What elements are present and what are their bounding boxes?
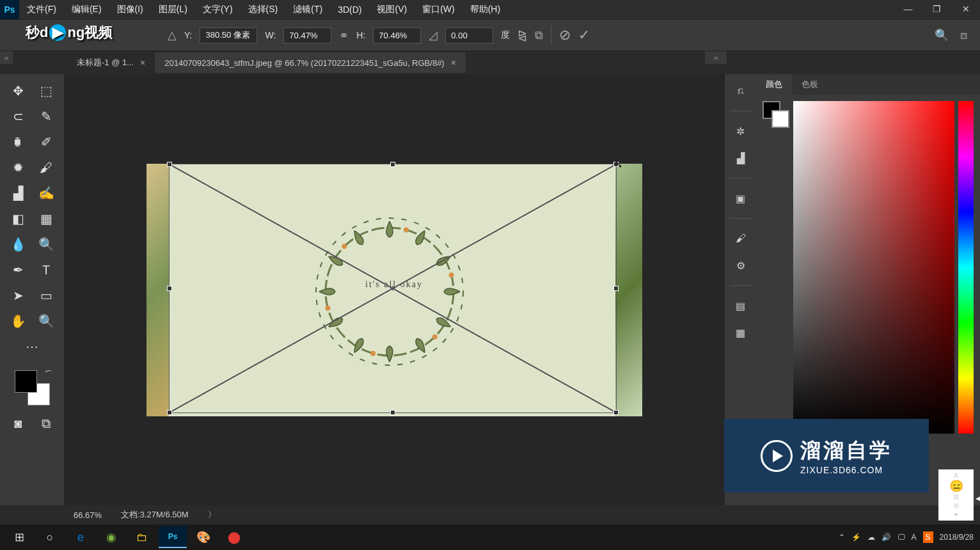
character-icon[interactable]: ▤ <box>731 295 751 316</box>
transform-box[interactable]: ⤡ <box>169 164 617 413</box>
brush-tool[interactable]: 🖌 <box>35 156 58 179</box>
h-input[interactable] <box>373 28 421 43</box>
hand-tool[interactable]: ✋ <box>6 310 29 333</box>
w-input[interactable] <box>283 28 331 43</box>
marquee-tool[interactable]: ⬚ <box>35 79 58 102</box>
history-icon[interactable]: ⎌ <box>731 81 751 101</box>
rotation-input[interactable] <box>445 28 493 43</box>
menu-layer[interactable]: 图层(L) <box>151 4 195 15</box>
minimize-button[interactable]: — <box>894 0 922 18</box>
swap-colors-icon[interactable]: ⤺ <box>45 367 51 375</box>
tray-up-icon[interactable]: ⌃ <box>839 533 845 542</box>
collapse-left-icon[interactable]: ‹‹ <box>0 51 13 64</box>
record-icon[interactable]: ⬤ <box>220 526 248 548</box>
stamp-tool[interactable]: ▟ <box>6 182 29 205</box>
3d-icon[interactable]: ▣ <box>731 188 751 208</box>
status-arrow-icon[interactable]: 〉 <box>208 509 216 521</box>
commit-transform-icon[interactable]: ✓ <box>578 27 590 43</box>
histogram-icon[interactable]: ▟ <box>731 148 751 168</box>
healing-tool[interactable]: ✹ <box>6 156 29 179</box>
link-icon[interactable]: ⚭ <box>339 28 349 42</box>
tray-volume-icon[interactable]: 🔊 <box>881 533 891 542</box>
canvas[interactable]: it's all okay ⤡ <box>146 164 642 416</box>
color-picker[interactable] <box>793 101 954 434</box>
close-button[interactable]: ✕ <box>951 0 980 18</box>
transform-center[interactable] <box>388 284 397 293</box>
close-icon[interactable]: × <box>140 58 145 68</box>
cortana-icon[interactable]: ○ <box>36 526 64 548</box>
shape-tool[interactable]: ▭ <box>35 284 58 307</box>
zoom-level[interactable]: 66.67% <box>74 510 102 520</box>
tab-swatches[interactable]: 色板 <box>792 74 828 95</box>
skew-v-icon[interactable]: ⧉ <box>535 29 543 42</box>
paragraph-icon[interactable]: ▦ <box>731 322 751 343</box>
handle-bottom-center[interactable] <box>390 410 395 415</box>
tray-monitor-icon[interactable]: 🖵 <box>897 533 905 542</box>
history-brush-tool[interactable]: ✍ <box>35 182 58 205</box>
photoshop-task-icon[interactable]: Ps <box>159 526 187 548</box>
handle-bottom-left[interactable] <box>167 410 172 415</box>
gradient-tool[interactable]: ▦ <box>35 207 58 230</box>
tray-ime-icon[interactable]: A <box>912 533 917 542</box>
eyedropper-tool[interactable]: ✐ <box>35 130 58 153</box>
doc-tab-2[interactable]: 20140709230643_stfmJ.jpeg @ 66.7% (20170… <box>155 52 466 73</box>
dodge-tool[interactable]: 🔍 <box>35 233 58 256</box>
menu-image[interactable]: 图像(I) <box>109 4 151 15</box>
menu-window[interactable]: 窗口(W) <box>415 4 462 15</box>
more-tools[interactable]: ⋯ <box>20 335 43 358</box>
eraser-tool[interactable]: ◧ <box>6 207 29 230</box>
tab-color[interactable]: 颜色 <box>756 74 792 95</box>
explorer-icon[interactable]: 🗀 <box>128 526 156 548</box>
close-icon[interactable]: × <box>451 58 456 68</box>
handle-top-left[interactable] <box>167 162 172 167</box>
panel-bg-color[interactable] <box>771 110 789 128</box>
panel-color-swatches[interactable] <box>763 101 789 128</box>
skew-h-icon[interactable]: ⧎ <box>518 28 527 42</box>
pen-tool[interactable]: ✒ <box>6 258 29 281</box>
quick-select-tool[interactable]: ✎ <box>35 105 58 128</box>
tray-network-icon[interactable]: ⚡ <box>851 533 861 542</box>
tray-sogou-icon[interactable]: S <box>923 531 933 543</box>
tray-cloud-icon[interactable]: ☁ <box>867 533 875 542</box>
tray-date[interactable]: 2018/9/28 <box>940 533 974 542</box>
menu-select[interactable]: 选择(S) <box>241 4 286 15</box>
menu-help[interactable]: 帮助(H) <box>462 4 508 15</box>
hue-marker-icon[interactable]: ◀ <box>976 494 980 503</box>
browser-icon[interactable]: ◉ <box>97 526 125 548</box>
canvas-area[interactable]: it's all okay ⤡ <box>64 74 724 505</box>
foreground-color[interactable] <box>15 370 37 393</box>
handle-bottom-right[interactable] <box>613 410 619 415</box>
handle-top-center[interactable] <box>390 162 395 167</box>
color-swatches[interactable]: ⤺ <box>15 370 50 405</box>
adjustment-icon[interactable]: ⚙ <box>731 255 751 276</box>
screen-mode-icon[interactable]: ⧉ <box>35 412 58 435</box>
collapse-right-icon[interactable]: ‹‹ <box>705 51 727 64</box>
edge-icon[interactable]: e <box>67 526 95 548</box>
move-tool[interactable]: ✥ <box>6 79 29 102</box>
paint-icon[interactable]: 🎨 <box>189 526 217 548</box>
crop-tool[interactable]: ⧯ <box>6 130 29 153</box>
menu-filter[interactable]: 滤镜(T) <box>285 4 330 15</box>
lasso-tool[interactable]: ⊂ <box>6 105 29 128</box>
handle-mid-left[interactable] <box>167 286 172 291</box>
handle-mid-right[interactable] <box>613 286 619 291</box>
menu-3d[interactable]: 3D(D) <box>330 4 369 15</box>
hue-slider[interactable] <box>958 101 974 434</box>
y-input[interactable] <box>200 28 257 43</box>
menu-file[interactable]: 文件(F) <box>19 4 64 15</box>
brush-panel-icon[interactable]: 🖌 <box>731 228 751 249</box>
frame-icon[interactable]: ⧈ <box>960 29 967 42</box>
zoom-tool[interactable]: 🔍 <box>35 310 58 333</box>
start-button[interactable]: ⊞ <box>5 526 33 548</box>
blur-tool[interactable]: 💧 <box>6 233 29 256</box>
text-tool[interactable]: T <box>35 258 58 281</box>
cancel-transform-icon[interactable]: ⊘ <box>559 27 571 43</box>
menu-edit[interactable]: 编辑(E) <box>64 4 109 15</box>
doc-tab-1[interactable]: 未标题-1 @ 1... × <box>67 52 155 73</box>
path-select-tool[interactable]: ➤ <box>6 284 29 307</box>
maximize-button[interactable]: ❐ <box>922 0 951 18</box>
menu-view[interactable]: 视图(V) <box>369 4 415 15</box>
nav-wheel-icon[interactable]: ✲ <box>731 121 751 141</box>
quick-mask-icon[interactable]: ◙ <box>6 412 29 435</box>
search-icon[interactable]: 🔍 <box>935 28 949 42</box>
